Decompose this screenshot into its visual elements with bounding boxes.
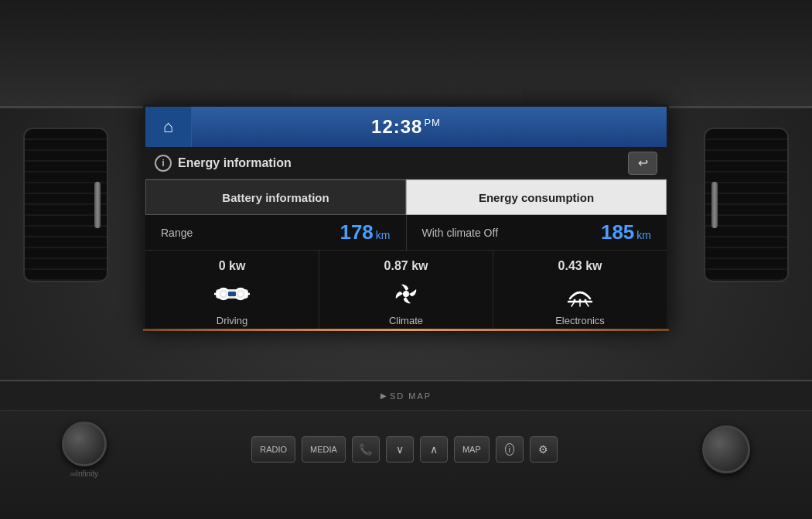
sd-icon: ▶ (380, 391, 387, 400)
tab-battery-label: Battery information (222, 191, 329, 204)
svg-rect-5 (228, 292, 236, 296)
gear-icon: ⚙ (538, 443, 548, 456)
climate-icon-area (386, 278, 426, 310)
range-climate-value: 185 (601, 220, 634, 244)
media-button[interactable]: MEDIA (302, 436, 346, 463)
controls-main: ∞Infinity RADIO MEDIA 📞 ∨ ∧ (0, 411, 812, 488)
bottom-controls: ▶ SD MAP ∞Infinity RADIO MEDIA 📞 (0, 380, 812, 519)
driving-kw: 0 kw (219, 259, 246, 273)
electronics-label: Electronics (555, 315, 605, 326)
range-climate-unit: km (636, 229, 651, 241)
range-left-value-group: 178km (339, 220, 390, 244)
sd-map-label: SD MAP (390, 391, 432, 401)
range-row: Range 178km With climate Off 185km (145, 215, 667, 251)
svg-point-12 (585, 299, 587, 302)
info-title-bar: i Energy information ↩ (145, 147, 667, 179)
climate-off-label: With climate Off (422, 227, 499, 239)
info-button[interactable]: i (496, 436, 524, 463)
info-title-area: i Energy information (155, 155, 292, 172)
range-unit: km (376, 229, 391, 241)
svg-point-2 (221, 292, 226, 296)
back-icon: ↩ (638, 155, 648, 170)
media-label: MEDIA (310, 445, 337, 454)
info-circle-icon: i (155, 155, 172, 172)
screen-title: Energy information (178, 156, 292, 170)
driving-label: Driving (217, 315, 247, 326)
driving-icon-area (212, 278, 252, 310)
vent-handle[interactable] (94, 182, 101, 228)
infotainment-screen: ⌂ 12:38PM i Energy information ↩ Battery… (143, 104, 669, 333)
info-icon: i (505, 443, 514, 456)
tab-battery-information[interactable]: Battery information (145, 179, 406, 215)
screen-header: ⌂ 12:38PM (145, 107, 667, 147)
home-icon: ⌂ (163, 117, 173, 137)
svg-point-10 (574, 299, 576, 302)
settings-button[interactable]: ⚙ (530, 436, 558, 463)
back-button[interactable]: ↩ (628, 152, 657, 175)
energy-item-climate: 0.87 kw Climate (319, 251, 493, 333)
vent-handle[interactable] (711, 182, 718, 228)
tab-bar: Battery information Energy consumption (145, 179, 667, 215)
climate-label: Climate (389, 315, 423, 326)
electronics-icon-area (560, 278, 600, 310)
infinity-label: ∞Infinity (70, 469, 98, 478)
phone-icon: 📞 (359, 443, 372, 456)
copper-trim (143, 329, 669, 331)
energy-item-driving: 0 kw Driving (145, 251, 319, 333)
svg-point-4 (238, 292, 243, 296)
map-button[interactable]: MAP (454, 436, 490, 463)
time-display: 12:38PM (371, 116, 441, 138)
range-left-section: Range 178km (145, 215, 407, 250)
down-button[interactable]: ∨ (386, 436, 414, 463)
home-button[interactable]: ⌂ (145, 107, 192, 147)
driving-icon (214, 278, 250, 309)
time-ampm: PM (424, 117, 441, 128)
svg-point-11 (579, 299, 582, 302)
up-icon: ∧ (430, 443, 438, 456)
electronics-icon (562, 278, 598, 309)
top-dashboard-area (0, 0, 812, 108)
up-button[interactable]: ∧ (420, 436, 448, 463)
range-right-section: With climate Off 185km (407, 215, 667, 250)
sd-map-strip: ▶ SD MAP (0, 380, 812, 411)
range-value: 178 (339, 220, 373, 244)
climate-icon (388, 278, 424, 309)
energy-items-row: 0 kw Driving (145, 251, 667, 333)
tab-energy-consumption[interactable]: Energy consumption (406, 179, 667, 215)
driving-kw-value: 0 (219, 259, 226, 272)
radio-label: RADIO (260, 445, 287, 454)
climate-kw-unit: kw (411, 259, 428, 272)
climate-kw: 0.87 kw (384, 259, 428, 273)
electronics-kw-unit: kw (585, 259, 602, 272)
driving-kw-unit: kw (229, 259, 245, 272)
svg-point-8 (403, 291, 409, 297)
electronics-kw: 0.43 kw (558, 259, 602, 273)
map-label: MAP (462, 445, 481, 454)
range-right-value-group: 185km (601, 220, 651, 244)
right-air-vent (704, 128, 789, 282)
time-value: 12:38 (371, 116, 422, 137)
control-buttons-group: RADIO MEDIA 📞 ∨ ∧ MAP i (251, 436, 558, 463)
left-knob-group: ∞Infinity (62, 422, 107, 478)
electronics-kw-value: 0.43 (558, 259, 582, 272)
volume-knob[interactable] (62, 422, 107, 466)
range-label: Range (161, 227, 193, 239)
dashboard: ⌂ 12:38PM i Energy information ↩ Battery… (0, 0, 812, 519)
phone-button[interactable]: 📞 (352, 436, 380, 463)
climate-kw-value: 0.87 (384, 259, 408, 272)
tab-energy-label: Energy consumption (479, 191, 594, 204)
radio-button[interactable]: RADIO (251, 436, 295, 463)
left-air-vent (23, 128, 108, 282)
energy-item-electronics: 0.43 kw (493, 251, 667, 333)
down-icon: ∨ (396, 443, 404, 456)
tuning-knob[interactable] (702, 425, 750, 473)
